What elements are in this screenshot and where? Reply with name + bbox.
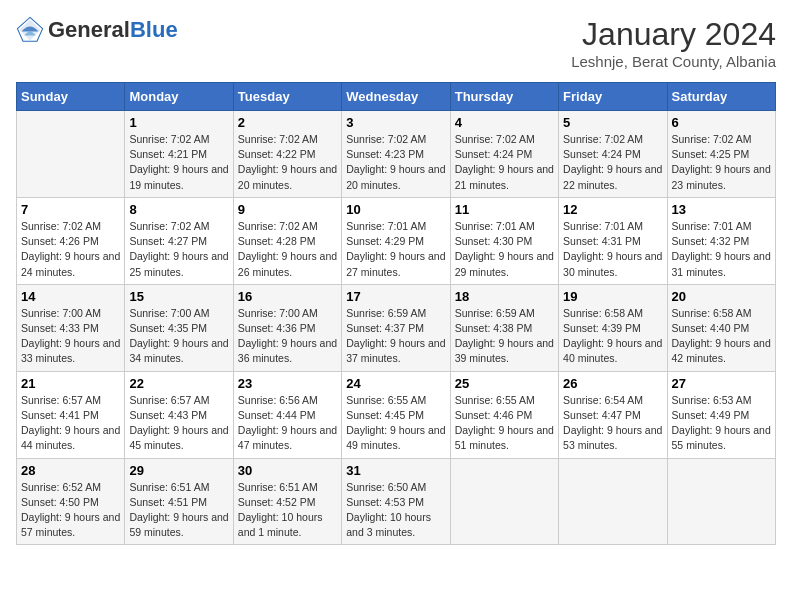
calendar-cell: 29Sunrise: 6:51 AM Sunset: 4:51 PM Dayli…	[125, 458, 233, 545]
calendar-cell: 5Sunrise: 7:02 AM Sunset: 4:24 PM Daylig…	[559, 111, 667, 198]
day-number: 8	[129, 202, 228, 217]
calendar-cell: 25Sunrise: 6:55 AM Sunset: 4:46 PM Dayli…	[450, 371, 558, 458]
day-info: Sunrise: 7:02 AM Sunset: 4:28 PM Dayligh…	[238, 219, 337, 280]
calendar-cell: 2Sunrise: 7:02 AM Sunset: 4:22 PM Daylig…	[233, 111, 341, 198]
week-row-3: 14Sunrise: 7:00 AM Sunset: 4:33 PM Dayli…	[17, 284, 776, 371]
day-number: 5	[563, 115, 662, 130]
day-info: Sunrise: 6:55 AM Sunset: 4:45 PM Dayligh…	[346, 393, 445, 454]
day-info: Sunrise: 7:00 AM Sunset: 4:36 PM Dayligh…	[238, 306, 337, 367]
day-info: Sunrise: 6:55 AM Sunset: 4:46 PM Dayligh…	[455, 393, 554, 454]
calendar-cell: 3Sunrise: 7:02 AM Sunset: 4:23 PM Daylig…	[342, 111, 450, 198]
weekday-header-saturday: Saturday	[667, 83, 775, 111]
day-number: 12	[563, 202, 662, 217]
day-number: 15	[129, 289, 228, 304]
calendar-cell	[559, 458, 667, 545]
calendar-cell: 18Sunrise: 6:59 AM Sunset: 4:38 PM Dayli…	[450, 284, 558, 371]
day-number: 25	[455, 376, 554, 391]
calendar-cell: 4Sunrise: 7:02 AM Sunset: 4:24 PM Daylig…	[450, 111, 558, 198]
day-info: Sunrise: 6:50 AM Sunset: 4:53 PM Dayligh…	[346, 480, 445, 541]
weekday-header-monday: Monday	[125, 83, 233, 111]
calendar-cell: 16Sunrise: 7:00 AM Sunset: 4:36 PM Dayli…	[233, 284, 341, 371]
day-number: 11	[455, 202, 554, 217]
week-row-1: 1Sunrise: 7:02 AM Sunset: 4:21 PM Daylig…	[17, 111, 776, 198]
day-number: 21	[21, 376, 120, 391]
day-info: Sunrise: 6:51 AM Sunset: 4:51 PM Dayligh…	[129, 480, 228, 541]
day-number: 4	[455, 115, 554, 130]
calendar-cell: 19Sunrise: 6:58 AM Sunset: 4:39 PM Dayli…	[559, 284, 667, 371]
calendar-cell	[450, 458, 558, 545]
week-row-4: 21Sunrise: 6:57 AM Sunset: 4:41 PM Dayli…	[17, 371, 776, 458]
calendar-cell: 1Sunrise: 7:02 AM Sunset: 4:21 PM Daylig…	[125, 111, 233, 198]
weekday-header-sunday: Sunday	[17, 83, 125, 111]
logo: GeneralBlue	[16, 16, 178, 44]
day-number: 16	[238, 289, 337, 304]
calendar-cell	[667, 458, 775, 545]
calendar-cell: 14Sunrise: 7:00 AM Sunset: 4:33 PM Dayli…	[17, 284, 125, 371]
day-info: Sunrise: 6:53 AM Sunset: 4:49 PM Dayligh…	[672, 393, 771, 454]
day-number: 24	[346, 376, 445, 391]
day-number: 13	[672, 202, 771, 217]
day-number: 17	[346, 289, 445, 304]
calendar-cell: 15Sunrise: 7:00 AM Sunset: 4:35 PM Dayli…	[125, 284, 233, 371]
day-info: Sunrise: 6:59 AM Sunset: 4:38 PM Dayligh…	[455, 306, 554, 367]
calendar-cell: 28Sunrise: 6:52 AM Sunset: 4:50 PM Dayli…	[17, 458, 125, 545]
day-number: 2	[238, 115, 337, 130]
calendar-cell: 7Sunrise: 7:02 AM Sunset: 4:26 PM Daylig…	[17, 197, 125, 284]
calendar-cell: 6Sunrise: 7:02 AM Sunset: 4:25 PM Daylig…	[667, 111, 775, 198]
calendar-cell: 21Sunrise: 6:57 AM Sunset: 4:41 PM Dayli…	[17, 371, 125, 458]
day-info: Sunrise: 6:59 AM Sunset: 4:37 PM Dayligh…	[346, 306, 445, 367]
day-info: Sunrise: 7:02 AM Sunset: 4:26 PM Dayligh…	[21, 219, 120, 280]
weekday-header-wednesday: Wednesday	[342, 83, 450, 111]
day-info: Sunrise: 7:02 AM Sunset: 4:22 PM Dayligh…	[238, 132, 337, 193]
day-info: Sunrise: 7:02 AM Sunset: 4:21 PM Dayligh…	[129, 132, 228, 193]
calendar-cell: 13Sunrise: 7:01 AM Sunset: 4:32 PM Dayli…	[667, 197, 775, 284]
calendar-cell: 17Sunrise: 6:59 AM Sunset: 4:37 PM Dayli…	[342, 284, 450, 371]
logo-icon	[16, 16, 44, 44]
day-info: Sunrise: 7:01 AM Sunset: 4:29 PM Dayligh…	[346, 219, 445, 280]
day-info: Sunrise: 7:02 AM Sunset: 4:24 PM Dayligh…	[563, 132, 662, 193]
day-number: 22	[129, 376, 228, 391]
calendar-cell: 20Sunrise: 6:58 AM Sunset: 4:40 PM Dayli…	[667, 284, 775, 371]
title-block: January 2024 Leshnje, Berat County, Alba…	[571, 16, 776, 70]
week-row-5: 28Sunrise: 6:52 AM Sunset: 4:50 PM Dayli…	[17, 458, 776, 545]
location: Leshnje, Berat County, Albania	[571, 53, 776, 70]
weekday-header-thursday: Thursday	[450, 83, 558, 111]
day-number: 6	[672, 115, 771, 130]
calendar-cell: 9Sunrise: 7:02 AM Sunset: 4:28 PM Daylig…	[233, 197, 341, 284]
day-number: 23	[238, 376, 337, 391]
day-info: Sunrise: 6:58 AM Sunset: 4:39 PM Dayligh…	[563, 306, 662, 367]
day-info: Sunrise: 7:01 AM Sunset: 4:30 PM Dayligh…	[455, 219, 554, 280]
calendar-cell: 10Sunrise: 7:01 AM Sunset: 4:29 PM Dayli…	[342, 197, 450, 284]
day-number: 3	[346, 115, 445, 130]
day-number: 28	[21, 463, 120, 478]
day-number: 7	[21, 202, 120, 217]
day-number: 14	[21, 289, 120, 304]
weekday-header-row: SundayMondayTuesdayWednesdayThursdayFrid…	[17, 83, 776, 111]
calendar-cell: 27Sunrise: 6:53 AM Sunset: 4:49 PM Dayli…	[667, 371, 775, 458]
day-info: Sunrise: 6:52 AM Sunset: 4:50 PM Dayligh…	[21, 480, 120, 541]
day-number: 10	[346, 202, 445, 217]
calendar-cell: 24Sunrise: 6:55 AM Sunset: 4:45 PM Dayli…	[342, 371, 450, 458]
day-info: Sunrise: 6:51 AM Sunset: 4:52 PM Dayligh…	[238, 480, 337, 541]
calendar-cell: 23Sunrise: 6:56 AM Sunset: 4:44 PM Dayli…	[233, 371, 341, 458]
calendar-cell: 11Sunrise: 7:01 AM Sunset: 4:30 PM Dayli…	[450, 197, 558, 284]
weekday-header-friday: Friday	[559, 83, 667, 111]
day-number: 31	[346, 463, 445, 478]
day-number: 18	[455, 289, 554, 304]
day-number: 19	[563, 289, 662, 304]
calendar-cell: 30Sunrise: 6:51 AM Sunset: 4:52 PM Dayli…	[233, 458, 341, 545]
day-info: Sunrise: 7:01 AM Sunset: 4:31 PM Dayligh…	[563, 219, 662, 280]
day-info: Sunrise: 6:57 AM Sunset: 4:43 PM Dayligh…	[129, 393, 228, 454]
calendar-cell: 31Sunrise: 6:50 AM Sunset: 4:53 PM Dayli…	[342, 458, 450, 545]
logo-text: GeneralBlue	[48, 19, 178, 41]
calendar-cell	[17, 111, 125, 198]
day-info: Sunrise: 7:02 AM Sunset: 4:24 PM Dayligh…	[455, 132, 554, 193]
day-number: 26	[563, 376, 662, 391]
day-info: Sunrise: 7:00 AM Sunset: 4:33 PM Dayligh…	[21, 306, 120, 367]
weekday-header-tuesday: Tuesday	[233, 83, 341, 111]
week-row-2: 7Sunrise: 7:02 AM Sunset: 4:26 PM Daylig…	[17, 197, 776, 284]
day-info: Sunrise: 7:02 AM Sunset: 4:27 PM Dayligh…	[129, 219, 228, 280]
day-number: 27	[672, 376, 771, 391]
calendar-cell: 12Sunrise: 7:01 AM Sunset: 4:31 PM Dayli…	[559, 197, 667, 284]
calendar-cell: 22Sunrise: 6:57 AM Sunset: 4:43 PM Dayli…	[125, 371, 233, 458]
